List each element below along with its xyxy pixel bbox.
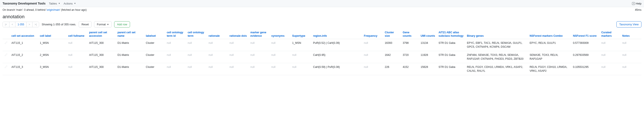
cell-region: CaH(0.59) | PuR(0.38) <box>311 63 362 75</box>
cell-nsf_f1: 0.577393009 <box>571 39 600 51</box>
pager-range[interactable]: 1-355 <box>16 22 26 27</box>
cell-cluster_size: 1642 <box>383 51 401 63</box>
cell-nsf_f1: 0.297633569 <box>571 51 600 63</box>
actions-menu[interactable]: Actions ▼ <box>64 2 76 5</box>
cell-curated: null <box>600 51 620 63</box>
cell-notes: null <box>620 63 642 75</box>
info-icon: i <box>632 2 635 5</box>
col-header[interactable]: UMI counts <box>419 30 437 39</box>
table-row: AIT115_22_MSNnullAIT115_300D1-MatrixClus… <box>2 51 642 63</box>
cell-ont_id: null <box>165 63 186 75</box>
cell-accession: AIT115_3 <box>10 63 38 75</box>
cell-labelset: Cluster <box>144 63 165 75</box>
col-header[interactable]: labelset <box>144 30 165 39</box>
col-edit <box>2 30 10 39</box>
col-header[interactable]: cell ontology term <box>186 30 207 39</box>
annotation-table: cell set accession cell label cell fulln… <box>2 30 642 75</box>
cell-nsf_f1: 0.105531295 <box>571 63 600 75</box>
table-row: AIT115_11_MSNnullAIT115_300D1-MatrixClus… <box>2 39 642 51</box>
col-header[interactable]: Binary genes <box>465 30 528 39</box>
tables-menu-label: Tables <box>49 2 57 5</box>
cell-label: 2_MSN <box>38 51 66 63</box>
pager-next-button[interactable]: > <box>26 22 32 27</box>
pager-prev-button[interactable]: < <box>10 22 16 27</box>
cell-umi_counts: 13134 <box>419 39 437 51</box>
cell-homology: STR D1 Gaba <box>437 51 465 63</box>
timing-label: 45ms <box>635 8 642 11</box>
cell-gene_counts: 3798 <box>401 39 419 51</box>
cell-region: PuR(0.52) | CaH(0.39) <box>311 39 362 51</box>
add-row-button[interactable]: Add row <box>114 21 130 28</box>
caret-down-icon: ▼ <box>74 2 76 5</box>
help-link[interactable]: i Help <box>632 2 642 5</box>
col-header[interactable]: region.info <box>311 30 362 39</box>
col-header[interactable]: Curated markers <box>600 30 620 39</box>
caret-down-icon: ▼ <box>58 2 60 5</box>
cell-umi_counts: 11928 <box>419 51 437 63</box>
cell-rationale_dois: null <box>228 51 249 63</box>
cell-binary: ZNF484, SEMA3E, TOX3, RELN, SEMA3A, RAP1… <box>465 51 528 63</box>
cell-parent_acc: AIT115_300 <box>88 63 116 75</box>
branch-suffix: ' (fetched an hour ago) <box>60 8 86 11</box>
col-header[interactable]: cell fullname <box>66 30 88 39</box>
cell-parent_name: D1-Matrix <box>116 63 144 75</box>
cell-gene_counts: 4152 <box>401 63 419 75</box>
col-header[interactable]: Notes <box>620 30 642 39</box>
cell-marker: null <box>249 63 270 75</box>
cell-fullname: null <box>66 39 88 51</box>
cell-parent_name: D1-Matrix <box>116 39 144 51</box>
pencil-icon <box>5 65 8 68</box>
col-header[interactable]: rationale <box>207 30 228 39</box>
col-header[interactable]: rationale dois <box>228 30 249 39</box>
cell-label: 3_MSN <box>38 63 66 75</box>
top-bar: Taxonomy Development Tools Tables ▼ Acti… <box>0 0 644 7</box>
tables-menu[interactable]: Tables ▼ <box>49 2 60 5</box>
cell-curated: null <box>600 63 620 75</box>
reset-button[interactable]: Reset <box>79 21 92 28</box>
col-header[interactable]: Gene counts <box>401 30 419 39</box>
col-header[interactable]: cell label <box>38 30 66 39</box>
col-header[interactable]: Frequency <box>362 30 383 39</box>
cell-gene_counts: 3720 <box>401 51 419 63</box>
cell-rationale: null <box>207 39 228 51</box>
branch-link[interactable]: origin/main <box>47 8 60 11</box>
format-button[interactable]: Format ▼ <box>94 21 112 28</box>
col-header[interactable]: NSForest F1 score <box>571 30 600 39</box>
cell-ont_term: null <box>186 39 207 51</box>
col-header[interactable]: cell ontology term id <box>165 30 186 39</box>
cell-fullname: null <box>66 63 88 75</box>
cell-ont_id: null <box>165 51 186 63</box>
col-header[interactable]: parent cell set name <box>116 30 144 39</box>
col-header[interactable]: Supertype <box>290 30 312 39</box>
taxonomy-view-button[interactable]: Taxonomy View <box>616 21 642 28</box>
pager-first-button[interactable]: |< <box>3 22 10 27</box>
cell-parent_acc: AIT115_300 <box>88 39 116 51</box>
pager-last-button[interactable]: >| <box>32 22 39 27</box>
cell-curated: null <box>600 39 620 51</box>
col-header[interactable]: NSForest markers Combo <box>528 30 571 39</box>
cell-accession: AIT115_2 <box>10 51 38 63</box>
col-header[interactable]: marker gene evidence <box>249 30 270 39</box>
cell-ont_term: null <box>186 63 207 75</box>
cell-parent_name: D1-Matrix <box>116 51 144 63</box>
col-header[interactable]: cell set accession <box>10 30 38 39</box>
edit-row-button[interactable] <box>2 39 10 51</box>
app-brand[interactable]: Taxonomy Development Tools <box>2 2 46 5</box>
cell-cluster_size: 226 <box>383 63 401 75</box>
cell-notes: null <box>620 39 642 51</box>
cell-binary: EPYC, EBF1, TAC1, RELN, SEMA3A, GULP1, G… <box>465 39 528 51</box>
col-header[interactable]: AIT21 ABC atlas subclass homology <box>437 30 465 39</box>
col-header[interactable]: Cluster size <box>383 30 401 39</box>
edit-row-button[interactable] <box>2 63 10 75</box>
col-header[interactable]: parent cell set accession <box>88 30 116 39</box>
cell-nsf_combo: EPYC, RELN, GULP1 <box>528 39 571 51</box>
cell-homology: STR D1 Gaba <box>437 63 465 75</box>
cell-frequency: null <box>362 51 383 63</box>
cell-rationale: null <box>207 63 228 75</box>
cell-ont_id: null <box>165 39 186 51</box>
branch-status-bar: On branch 'main': 0 ahead, 0 behind 'ori… <box>0 7 644 13</box>
cell-supertype: null <box>290 51 312 63</box>
edit-row-button[interactable] <box>2 51 10 63</box>
cell-marker: null <box>249 51 270 63</box>
col-header[interactable]: synonyms <box>270 30 290 39</box>
